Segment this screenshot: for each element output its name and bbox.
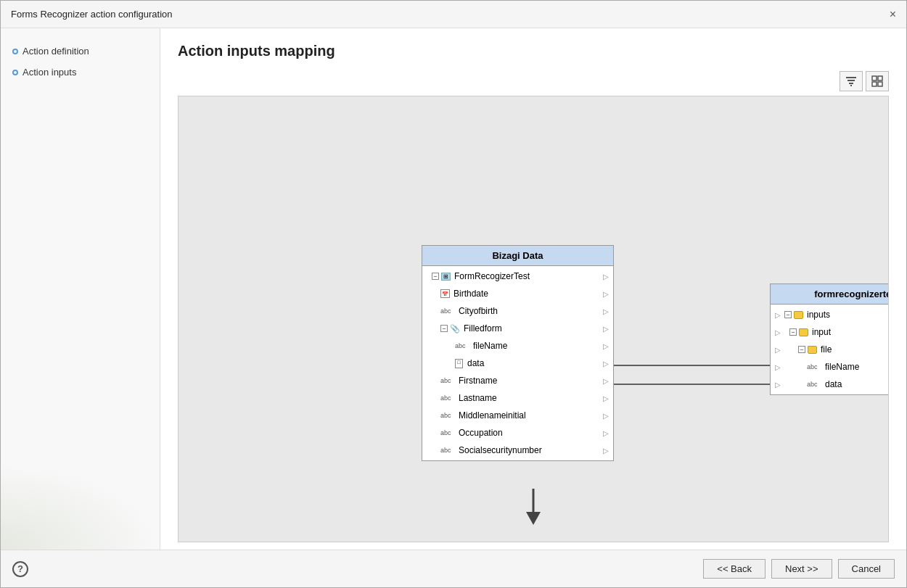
row-arrow: ▷ (603, 412, 609, 420)
left-arrow: ▷ (775, 363, 781, 371)
abc-icon: abc (440, 377, 456, 384)
row-label: Socialsecuritynumber (459, 445, 542, 455)
row-arrow: ▷ (603, 342, 609, 350)
row-label: file (821, 344, 832, 355)
row-label: Lastname (459, 393, 497, 403)
left-arrow: ▷ (775, 328, 781, 336)
sidebar-item-action-inputs[interactable]: Action inputs (8, 64, 152, 80)
row-label: data (467, 358, 484, 368)
calendar-icon: 📅 (440, 289, 450, 298)
formrecognizer-table-header: formrecognizertest (771, 284, 889, 305)
back-button[interactable]: << Back (703, 559, 766, 579)
row-label: Cityofbirth (459, 306, 498, 316)
row-label: Firstname (459, 376, 497, 386)
cancel-button[interactable]: Cancel (838, 559, 895, 579)
svg-rect-6 (872, 82, 877, 86)
row-arrow: ▷ (603, 377, 609, 385)
row-label: fileName (473, 341, 507, 351)
formrecognizer-table-rows: ▷ − inputs ▷ − input (771, 305, 889, 394)
row-label: Birthdate (454, 289, 488, 299)
svg-rect-1 (848, 80, 855, 81)
svg-rect-7 (878, 82, 882, 86)
svg-rect-2 (849, 83, 853, 84)
dialog-body: Action definition Action inputs Action i… (1, 28, 906, 550)
table-row: abc Socialsecuritynumber ▷ (422, 442, 613, 459)
main-content: Action inputs mapping (160, 28, 906, 550)
close-button[interactable]: × (890, 9, 896, 20)
sidebar-label-action-inputs: Action inputs (22, 67, 76, 78)
bizagi-data-table: Bizagi Data − ⊞ FormRecogizerTest ▷ (422, 245, 614, 461)
table-row: 📅 Birthdate ▷ (422, 285, 613, 302)
row-label: input (812, 327, 831, 337)
title-bar: Forms Recognizer action configuration × (1, 1, 906, 28)
row-arrow: ▷ (603, 429, 609, 437)
abc-icon: abc (807, 363, 823, 370)
dialog: Forms Recognizer action configuration × … (0, 0, 907, 588)
dialog-footer: ? << Back Next >> Cancel (1, 550, 906, 587)
left-arrow: ▷ (775, 311, 781, 319)
next-arrow-indicator (522, 489, 544, 527)
expand-icon[interactable]: − (784, 311, 792, 318)
table-row: abc Cityofbirth ▷ (422, 302, 613, 320)
svg-marker-11 (526, 512, 541, 525)
table-row: − 📎 Filledform ▷ (422, 320, 613, 337)
abc-icon: abc (807, 381, 823, 388)
expand-icon[interactable]: − (789, 328, 797, 336)
next-button[interactable]: Next >> (771, 559, 832, 579)
abc-icon: abc (440, 394, 456, 402)
layout-icon (871, 75, 884, 88)
table-row: ▷ abc fileName (771, 358, 889, 376)
mapping-canvas: Bizagi Data − ⊞ FormRecogizerTest ▷ (178, 96, 888, 542)
folder-icon (799, 328, 808, 336)
footer-buttons: << Back Next >> Cancel (703, 559, 895, 579)
table-row: □ data ▷ (422, 355, 613, 372)
row-label: fileName (825, 362, 859, 372)
row-label: FormRecogizerTest (454, 271, 530, 281)
table-row: abc Occupation ▷ (422, 424, 613, 442)
svg-rect-5 (878, 76, 882, 80)
left-arrow: ▷ (775, 346, 781, 354)
row-arrow: ▷ (603, 447, 609, 455)
mapping-area: Bizagi Data − ⊞ FormRecogizerTest ▷ (178, 96, 889, 542)
abc-icon: abc (440, 429, 456, 436)
table-row: abc Lastname ▷ (422, 389, 613, 407)
bizagi-table-header: Bizagi Data (422, 246, 613, 266)
sidebar: Action definition Action inputs (1, 28, 160, 550)
clip-icon: 📎 (450, 324, 460, 334)
abc-icon: abc (440, 307, 456, 315)
row-label: data (825, 379, 842, 389)
bizagi-table-rows: − ⊞ FormRecogizerTest ▷ 📅 Birthdate ▷ (422, 266, 613, 460)
filter-toolbar-button[interactable] (840, 71, 863, 91)
table-row: ▷ abc data (771, 376, 889, 393)
row-arrow: ▷ (603, 360, 609, 368)
abc-icon: abc (440, 447, 456, 454)
table-row: ▷ − file (771, 341, 889, 358)
table-row: − ⊞ FormRecogizerTest ▷ (422, 268, 613, 285)
expand-icon[interactable]: − (440, 325, 448, 332)
help-button[interactable]: ? (12, 561, 28, 577)
table-row: ▷ − input (771, 323, 889, 341)
sidebar-label-action-definition: Action definition (22, 46, 89, 57)
left-arrow: ▷ (775, 381, 781, 389)
bullet-icon (12, 49, 18, 54)
dialog-title: Forms Recognizer action configuration (11, 9, 173, 20)
table-row: ▷ − inputs (771, 306, 889, 323)
abc-icon: abc (455, 342, 471, 349)
table-row: abc Middlenameinitial ▷ (422, 407, 613, 424)
doc-icon: □ (455, 359, 463, 368)
sidebar-item-action-definition[interactable]: Action definition (8, 43, 152, 59)
expand-icon[interactable]: − (798, 346, 805, 353)
row-arrow: ▷ (603, 394, 609, 402)
layout-toolbar-button[interactable] (866, 71, 889, 91)
folder-icon (794, 311, 803, 319)
formrecognizer-table: formrecognizertest ▷ − inputs (770, 283, 889, 395)
row-arrow: ▷ (603, 290, 609, 298)
row-arrow: ▷ (603, 273, 609, 281)
filter-icon (845, 75, 858, 88)
down-arrow-icon (522, 489, 544, 525)
row-label: inputs (807, 310, 830, 320)
row-arrow: ▷ (603, 325, 609, 333)
svg-rect-0 (846, 77, 856, 78)
row-label: Filledform (464, 323, 502, 334)
expand-icon[interactable]: − (432, 273, 439, 280)
